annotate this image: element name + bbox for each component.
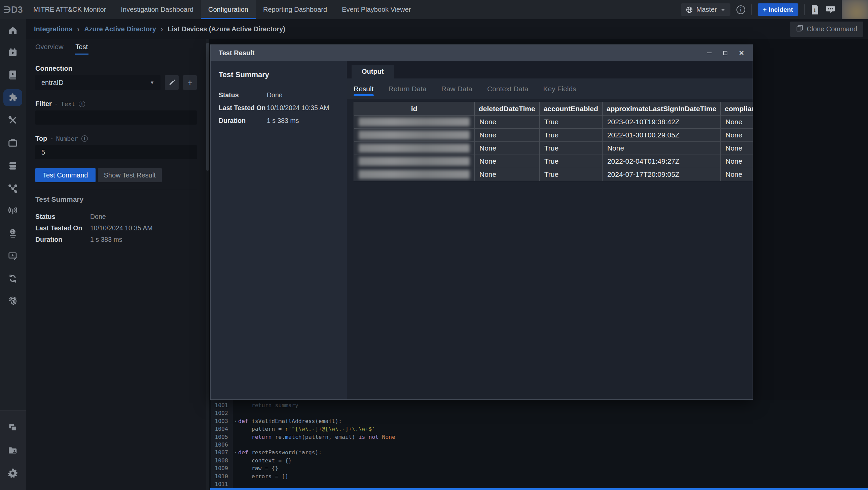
- clone-command-button[interactable]: Clone Command: [790, 22, 863, 37]
- tab-overview[interactable]: Overview: [35, 43, 63, 55]
- site-selector[interactable]: Master: [681, 3, 731, 16]
- table-row[interactable]: NoneTrue2023-02-10T19:38:42ZNone: [354, 116, 753, 128]
- sidebar-item-event-schedule-icon[interactable]: [3, 44, 22, 61]
- avatar[interactable]: [842, 0, 868, 19]
- table-cell: True: [539, 155, 602, 168]
- table-row[interactable]: NoneTrue2022-01-30T00:29:05ZNone: [354, 128, 753, 142]
- line-number: 1006: [211, 441, 233, 449]
- top-info-icon[interactable]: i: [82, 135, 88, 142]
- subtab-return-data[interactable]: Return Data: [389, 79, 427, 99]
- close-button[interactable]: ✕: [739, 50, 745, 56]
- subtab-result[interactable]: Result: [353, 79, 374, 99]
- document-info-icon[interactable]: i: [811, 5, 819, 15]
- column-header-deleteddatetime[interactable]: deletedDateTime: [475, 102, 540, 116]
- modal-header[interactable]: Test Result ✕: [211, 45, 753, 61]
- breadcrumb-bar: Integrations›Azure Active Directory›List…: [26, 19, 868, 39]
- sidebar-item-connections-icon[interactable]: [3, 180, 22, 197]
- connection-select[interactable]: entraID ▼: [35, 75, 160, 90]
- modal-summary-title: Test Summary: [219, 70, 269, 79]
- breadcrumb-item-azure-active-directory[interactable]: Azure Active Directory: [84, 25, 156, 33]
- sidebar-item-fingerprint-icon[interactable]: [3, 292, 22, 309]
- column-header-complianceex[interactable]: complianceEx: [721, 102, 753, 116]
- table-cell: None: [721, 155, 753, 168]
- redacted-id-block: [359, 131, 470, 139]
- result-table-wrap[interactable]: iddeletedDateTimeaccountEnabledapproxima…: [353, 102, 753, 397]
- breadcrumb-item-integrations[interactable]: Integrations: [34, 25, 72, 33]
- tab-output[interactable]: Output: [351, 65, 394, 79]
- column-header-approximatelastsignindatetime[interactable]: approximateLastSignInDateTime: [602, 102, 720, 116]
- show-test-result-button[interactable]: Show Test Result: [98, 168, 162, 182]
- code-line: 1005 return re.match(pattern, email) is …: [211, 433, 868, 441]
- subtab-key-fields[interactable]: Key Fields: [543, 79, 576, 99]
- table-cell: [354, 128, 475, 142]
- sidebar-item-settings-gear-icon[interactable]: [3, 465, 22, 482]
- sidebar-item-utility-tools-icon[interactable]: [3, 112, 22, 128]
- table-row[interactable]: NoneTrueNoneNone: [354, 142, 753, 155]
- filter-info-icon[interactable]: i: [79, 101, 85, 107]
- clone-icon: [796, 25, 803, 34]
- summary-label: Status: [35, 213, 90, 221]
- edit-connection-button[interactable]: [165, 75, 179, 90]
- breadcrumb-separator: ›: [77, 25, 80, 33]
- subtab-context-data[interactable]: Context Data: [487, 79, 529, 99]
- command-test-panel: OverviewTest Connection entraID ▼ + Filt…: [35, 43, 197, 245]
- sidebar-item-broadcast-icon[interactable]: [3, 202, 22, 219]
- result-subtabs: ResultReturn DataRaw DataContext DataKey…: [347, 79, 753, 99]
- modal-title: Test Result: [219, 49, 254, 57]
- minimize-button[interactable]: [706, 50, 712, 56]
- table-cell: [354, 168, 475, 181]
- column-header-accountenabled[interactable]: accountEnabled: [539, 102, 602, 116]
- nav-item-mitre-att-ck-monitor[interactable]: MITRE ATT&CK Monitor: [26, 0, 113, 19]
- sidebar-item-report-edit-icon[interactable]: [3, 248, 22, 264]
- editor-lines: 1001 return summary10021003▾def isValidE…: [211, 401, 868, 490]
- sidebar-item-web-globe-icon[interactable]: [3, 225, 22, 242]
- modal-summary-row-last-tested-on: Last Tested On10/10/2024 10:35 AM: [219, 102, 341, 114]
- table-row[interactable]: NoneTrue2024-07-17T20:09:05ZNone: [354, 168, 753, 181]
- add-connection-button[interactable]: +: [183, 75, 197, 90]
- sidebar-item-multi-window-icon[interactable]: [3, 419, 22, 436]
- select-caret-icon: ▼: [150, 80, 154, 85]
- modal-test-summary: Test Summary StatusDoneLast Tested On10/…: [211, 61, 347, 399]
- table-cell: None: [475, 142, 540, 155]
- table-row[interactable]: NoneTrue2022-02-04T01:49:27ZNone: [354, 155, 753, 168]
- subtab-raw-data[interactable]: Raw Data: [441, 79, 472, 99]
- app-root: ∋D3 MITRE ATT&CK MonitorInvestigation Da…: [0, 0, 868, 490]
- chat-icon[interactable]: [826, 5, 836, 15]
- line-number: 1003: [211, 417, 233, 425]
- divider: [804, 4, 805, 15]
- nav-item-configuration[interactable]: Configuration: [201, 0, 256, 19]
- sidebar-item-address-book-icon[interactable]: [3, 442, 22, 459]
- add-incident-button[interactable]: + Incident: [758, 3, 798, 16]
- editor-bottom-rule: [210, 488, 868, 490]
- code-line: 1011: [211, 480, 868, 488]
- sidebar-item-sync-icon[interactable]: [3, 270, 22, 287]
- sidebar-item-workspace-icon[interactable]: [3, 134, 22, 151]
- sidebar-item-playbook-icon[interactable]: [3, 66, 22, 83]
- sidebar-item-home-icon[interactable]: [3, 22, 22, 39]
- top-input[interactable]: [35, 145, 197, 159]
- table-cell: 2022-02-04T01:49:27Z: [602, 155, 720, 168]
- fold-spacer: [233, 409, 238, 417]
- globe-icon: [686, 6, 693, 13]
- code-editor[interactable]: 1001 return summary10021003▾def isValidE…: [206, 400, 868, 490]
- test-command-button[interactable]: Test Command: [35, 168, 96, 182]
- nav-item-reporting-dashboard[interactable]: Reporting Dashboard: [256, 0, 334, 19]
- fold-arrow-icon[interactable]: ▾: [233, 417, 238, 425]
- filter-input[interactable]: [35, 111, 197, 124]
- code-line: 1007▾def resetPassword(*args):: [211, 449, 868, 456]
- redacted-id-block: [359, 144, 470, 152]
- table-cell: 2023-02-10T19:38:42Z: [602, 116, 720, 128]
- sidebar-item-database-icon[interactable]: [3, 157, 22, 174]
- nav-right-controls: Master i + Incident i: [681, 0, 868, 19]
- summary-label: Last Tested On: [219, 104, 267, 112]
- tab-test[interactable]: Test: [75, 43, 88, 55]
- nav-item-investigation-dashboard[interactable]: Investigation Dashboard: [113, 0, 201, 19]
- fold-arrow-icon[interactable]: ▾: [233, 449, 238, 456]
- info-icon[interactable]: i: [737, 5, 745, 14]
- nav-item-event-playbook-viewer[interactable]: Event Playbook Viewer: [334, 0, 418, 19]
- modal-summary-row-duration: Duration1 s 383 ms: [219, 114, 341, 127]
- maximize-button[interactable]: [722, 50, 728, 56]
- panel-scrollbar[interactable]: [206, 39, 209, 490]
- column-header-id[interactable]: id: [354, 102, 475, 116]
- sidebar-item-integrations-icon[interactable]: [3, 89, 22, 106]
